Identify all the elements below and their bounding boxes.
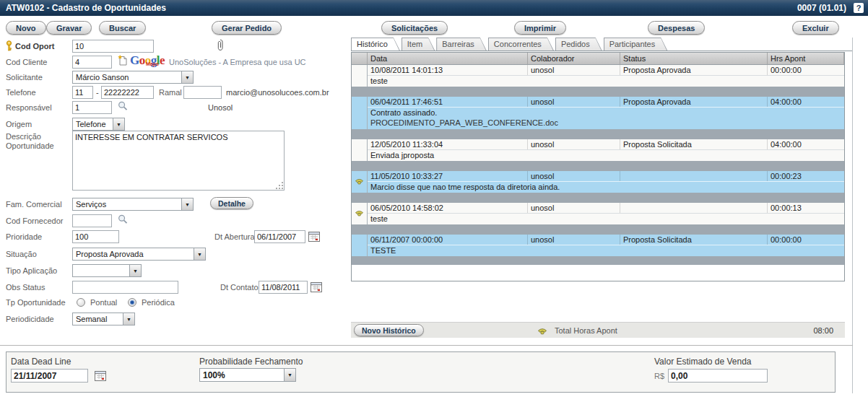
- prioridade-input[interactable]: [72, 230, 119, 243]
- historico-row[interactable]: 11/05/2010 10:33:27 unosol 00:00:23 Marc…: [352, 171, 844, 193]
- solicitante-select[interactable]: Márcio Sanson ▼: [72, 71, 194, 84]
- row-gap: [352, 224, 844, 235]
- historico-row[interactable]: 06/04/2011 17:46:51 unosol Proposta Apro…: [352, 97, 844, 129]
- valor-estimado-input[interactable]: [668, 369, 768, 383]
- historico-row[interactable]: 12/05/2010 11:33:04 unosol Proposta Soli…: [352, 139, 844, 161]
- calendar-icon[interactable]: [308, 231, 320, 242]
- excluir-button[interactable]: Excluir: [792, 21, 839, 35]
- chevron-down-icon: ▼: [284, 369, 295, 381]
- row-descricao: TESTE: [368, 245, 844, 256]
- novo-button[interactable]: Novo: [6, 21, 46, 35]
- gerar-pedido-button[interactable]: Gerar Pedido: [212, 21, 282, 35]
- total-horas-value: 08:00: [813, 326, 833, 335]
- solicitante-label: Solicitante: [6, 73, 43, 82]
- ramal-input[interactable]: [183, 86, 222, 99]
- total-horas-label: Total Horas Apont: [555, 326, 617, 335]
- origem-select[interactable]: Telefone ▼: [72, 118, 125, 131]
- detalhe-button[interactable]: Detalhe: [210, 197, 253, 209]
- historico-row[interactable]: 06/11/2007 00:00:00 unosol Proposta Soli…: [352, 235, 844, 256]
- responsavel-label: Responsável: [6, 103, 52, 112]
- paperclip-icon[interactable]: [217, 39, 224, 51]
- telefone-ddd-input[interactable]: [72, 86, 93, 99]
- cod-cliente-label: Cod Cliente: [6, 58, 47, 66]
- dead-line-input[interactable]: [11, 369, 88, 383]
- row-colaborador: unosol: [528, 203, 620, 213]
- phone-icon: [355, 178, 364, 186]
- obs-status-input[interactable]: [72, 281, 178, 294]
- historico-table: Data Colaborador Status Hrs Apont 10/08/…: [351, 52, 845, 281]
- descricao-label-2: Oportunidade: [6, 141, 54, 150]
- novo-historico-button[interactable]: Novo Histórico: [354, 324, 424, 336]
- row-colaborador: unosol: [528, 139, 620, 149]
- phone-icon: [537, 327, 547, 335]
- phone-icon: [355, 209, 364, 218]
- row-status: Proposta Solicitada: [620, 235, 768, 245]
- historico-row[interactable]: 10/08/2011 14:01:13 unosol Proposta Apro…: [352, 65, 844, 87]
- row-main: 10/08/2011 14:01:13 unosol Proposta Apro…: [368, 65, 844, 76]
- responsavel-input[interactable]: [72, 101, 112, 114]
- header-data: Data: [368, 53, 528, 64]
- new-document-icon[interactable]: [118, 55, 127, 66]
- calendar-icon[interactable]: [95, 370, 106, 381]
- periodica-radio[interactable]: [128, 298, 136, 307]
- tipo-aplicacao-select[interactable]: ▼: [72, 264, 142, 277]
- row-descricao: Enviada jproposta: [368, 150, 844, 161]
- bottom-panel: Data Dead Line Probabilidade Fechamento …: [6, 351, 836, 393]
- descricao-textarea[interactable]: INTERESSE EM CONTRATAR SERVICOS: [72, 131, 285, 191]
- row-main: 12/05/2010 11:33:04 unosol Proposta Soli…: [368, 139, 844, 150]
- tab-historico[interactable]: Histórico: [351, 38, 400, 51]
- historico-footer: Novo Histórico Total Horas Apont 08:00: [351, 322, 845, 338]
- situacao-select[interactable]: Proposta Aprovada ▼: [72, 248, 206, 261]
- row-descricao: Marcio disse que nao tme resposta da dir…: [368, 182, 844, 193]
- row-main: 06/11/2007 00:00:00 unosol Proposta Soli…: [368, 235, 844, 245]
- row-status: Proposta Solicitada: [620, 139, 768, 149]
- maps-label: Maps: [146, 58, 159, 70]
- row-attachment-link[interactable]: PROCEDIMENTO_PARA_WEB_CONFERENCE.doc: [368, 118, 844, 129]
- telefone-numero-input[interactable]: [101, 86, 154, 99]
- periodicidade-label: Periodicidade: [6, 315, 54, 323]
- cod-cliente-input[interactable]: [72, 56, 112, 69]
- pontual-label: Pontual: [90, 298, 117, 307]
- google-maps-logo[interactable]: Google Maps: [130, 54, 165, 66]
- row-descricao: teste: [368, 214, 844, 224]
- fam-comercial-select[interactable]: Serviços ▼: [72, 198, 194, 211]
- pontual-radio[interactable]: [77, 298, 85, 307]
- tab-item[interactable]: Item: [402, 38, 435, 51]
- row-icon-cell: [352, 97, 368, 129]
- panel-divider: [852, 38, 853, 393]
- help-icon[interactable]: ?: [854, 3, 864, 13]
- tab-concorrentes[interactable]: Concorrentes: [488, 38, 554, 51]
- row-gap: [352, 129, 844, 139]
- prioridade-label: Prioridade: [6, 232, 42, 241]
- tab-bar: HistóricoItemBarreirasConcorrentesPedido…: [351, 38, 852, 51]
- despesas-button[interactable]: Despesas: [648, 21, 705, 35]
- row-data: 06/11/2007 00:00:00: [368, 235, 528, 245]
- search-icon[interactable]: [118, 101, 128, 111]
- tab-barreiras[interactable]: Barreiras: [436, 38, 487, 51]
- row-data: 06/04/2011 17:46:51: [368, 97, 528, 107]
- imprimir-button[interactable]: Imprimir: [514, 21, 566, 35]
- probabilidade-select[interactable]: 100% ▼: [199, 368, 296, 382]
- solicitacoes-button[interactable]: Solicitações: [381, 21, 448, 35]
- row-data: 11/05/2010 10:33:27: [368, 171, 528, 181]
- calendar-icon[interactable]: [311, 281, 322, 292]
- resize-handle[interactable]: [277, 183, 283, 189]
- email-text: marcio@unosolucoes.com.br: [226, 88, 329, 97]
- periodicidade-select[interactable]: Semanal ▼: [72, 313, 135, 325]
- row-icon-cell: [352, 65, 368, 87]
- cod-oport-input[interactable]: [72, 40, 154, 53]
- chevron-down-icon: ▼: [113, 118, 124, 130]
- gravar-button[interactable]: Gravar: [46, 21, 92, 35]
- row-body: 06/11/2007 00:00:00 unosol Proposta Soli…: [368, 235, 844, 256]
- buscar-button[interactable]: Buscar: [99, 21, 146, 35]
- tab-pedidos[interactable]: Pedidos: [555, 38, 602, 51]
- search-icon[interactable]: [118, 214, 128, 224]
- dt-contato-input[interactable]: [259, 281, 308, 294]
- historico-row[interactable]: 06/05/2010 14:58:02 unosol 00:00:13 test…: [352, 203, 844, 224]
- cod-fornecedor-input[interactable]: [72, 214, 112, 227]
- descricao-label-1: Descrição: [6, 132, 41, 141]
- tab-participantes[interactable]: Participantes: [604, 38, 668, 51]
- dt-abertura-input[interactable]: [254, 230, 305, 243]
- row-data: 12/05/2010 11:33:04: [368, 139, 528, 149]
- opportunity-form: Cod Oport Cod Cliente Google Maps UnoSol…: [0, 38, 348, 345]
